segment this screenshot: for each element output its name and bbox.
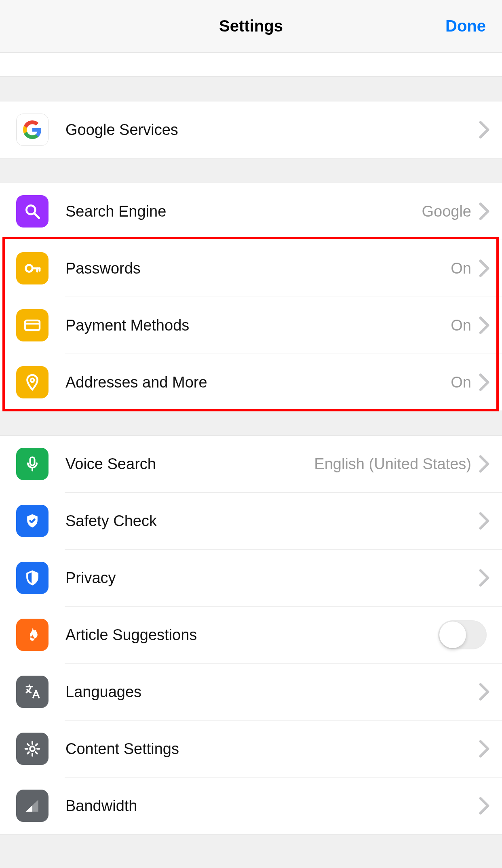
languages-label: Languages — [65, 683, 479, 701]
chevron-right-icon — [479, 512, 490, 530]
chevron-right-icon — [479, 202, 490, 220]
chevron-right-icon — [479, 455, 490, 473]
payment-methods-label: Payment Methods — [65, 317, 451, 334]
privacy-label: Privacy — [65, 569, 479, 587]
article-suggestions-toggle[interactable] — [438, 620, 487, 649]
row-addresses[interactable]: Addresses and More On — [0, 354, 502, 411]
payment-methods-value: On — [451, 317, 471, 334]
row-content-settings[interactable]: Content Settings — [0, 721, 502, 777]
voice-search-label: Voice Search — [65, 455, 314, 473]
flame-icon — [16, 619, 49, 651]
passwords-value: On — [451, 260, 471, 277]
svg-point-11 — [30, 746, 35, 751]
svg-rect-9 — [30, 457, 35, 466]
svg-rect-6 — [25, 320, 40, 330]
addresses-value: On — [451, 374, 471, 391]
translate-icon — [16, 676, 49, 708]
signal-icon — [16, 790, 49, 822]
chevron-right-icon — [479, 121, 490, 139]
chevron-right-icon — [479, 740, 490, 758]
search-engine-value: Google — [422, 203, 471, 220]
page-title: Settings — [219, 17, 283, 35]
svg-line-1 — [35, 214, 39, 218]
row-payment-methods[interactable]: Payment Methods On — [0, 297, 502, 354]
section-gap — [0, 834, 502, 851]
article-suggestions-label: Article Suggestions — [65, 626, 438, 644]
voice-search-value: English (United States) — [314, 455, 471, 473]
header-spacer — [0, 53, 502, 77]
section-gap — [0, 158, 502, 183]
chevron-right-icon — [479, 316, 490, 334]
group-basics: Search Engine Google Passwords On Paymen… — [0, 183, 502, 411]
header: Settings Done — [0, 0, 502, 53]
chevron-right-icon — [479, 259, 490, 277]
row-article-suggestions[interactable]: Article Suggestions — [0, 607, 502, 663]
search-icon — [16, 195, 49, 228]
chevron-right-icon — [479, 569, 490, 587]
chevron-right-icon — [479, 797, 490, 815]
chevron-right-icon — [479, 683, 490, 701]
row-voice-search[interactable]: Voice Search English (United States) — [0, 436, 502, 492]
done-button[interactable]: Done — [445, 0, 486, 52]
section-gap — [0, 411, 502, 435]
group-advanced: Voice Search English (United States) Saf… — [0, 435, 502, 834]
row-search-engine[interactable]: Search Engine Google — [0, 183, 502, 240]
shield-check-icon — [16, 505, 49, 537]
location-pin-icon — [16, 366, 49, 398]
safety-check-label: Safety Check — [65, 512, 479, 530]
toggle-knob — [439, 622, 466, 648]
row-passwords[interactable]: Passwords On — [0, 240, 502, 297]
row-google-services[interactable]: Google Services — [0, 101, 502, 158]
google-icon — [16, 114, 49, 146]
credit-card-icon — [16, 309, 49, 341]
content-settings-label: Content Settings — [65, 740, 479, 758]
row-privacy[interactable]: Privacy — [0, 550, 502, 606]
microphone-icon — [16, 448, 49, 480]
google-services-label: Google Services — [65, 121, 479, 139]
chevron-right-icon — [479, 373, 490, 391]
key-icon — [16, 252, 49, 284]
gear-icon — [16, 733, 49, 765]
row-languages[interactable]: Languages — [0, 664, 502, 720]
row-safety-check[interactable]: Safety Check — [0, 493, 502, 549]
section-gap — [0, 77, 502, 101]
row-bandwidth[interactable]: Bandwidth — [0, 777, 502, 834]
bandwidth-label: Bandwidth — [65, 797, 479, 815]
passwords-label: Passwords — [65, 260, 451, 277]
svg-point-8 — [31, 379, 34, 382]
search-engine-label: Search Engine — [65, 203, 422, 220]
addresses-label: Addresses and More — [65, 374, 451, 391]
shield-icon — [16, 562, 49, 594]
group-account: Google Services — [0, 101, 502, 158]
